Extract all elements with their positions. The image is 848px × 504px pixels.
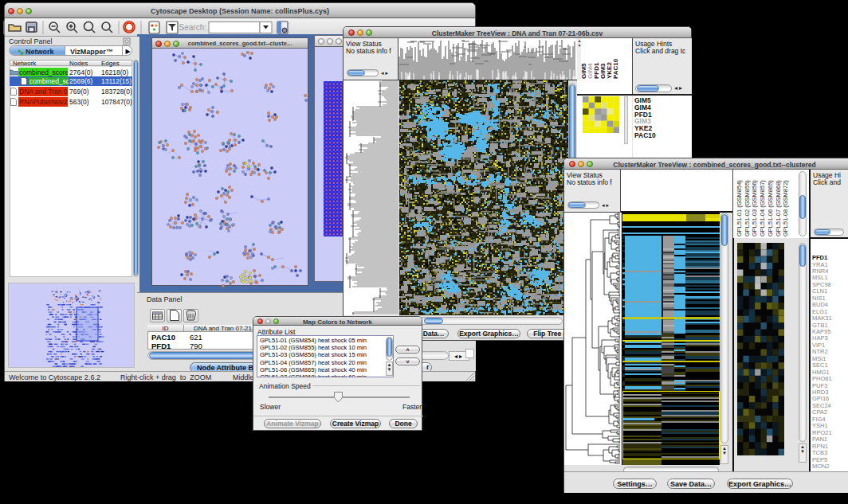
svg-text:GPL51-07 (GSM868): GPL51-07 (GSM868) [775, 180, 782, 236]
svg-text:GPL51-03 (GSM856): GPL51-03 (GSM856) [751, 180, 758, 236]
svg-text:GPL51-06 (GSM865): GPL51-06 (GSM865) [767, 180, 774, 236]
svg-text:Search:: Search: [179, 23, 206, 32]
svg-text:PAC10: PAC10 [612, 58, 619, 79]
svg-text:GPL51-01 (GSM854): GPL51-01 (GSM854) [736, 180, 743, 236]
svg-text:GPL51-02 (GSM855): GPL51-02 (GSM855) [744, 180, 751, 236]
svg-text:GPL51-08 (GSM872): GPL51-08 (GSM872) [782, 180, 789, 236]
svg-text:GPL51-04 (GSM857): GPL51-04 (GSM857) [759, 180, 766, 236]
